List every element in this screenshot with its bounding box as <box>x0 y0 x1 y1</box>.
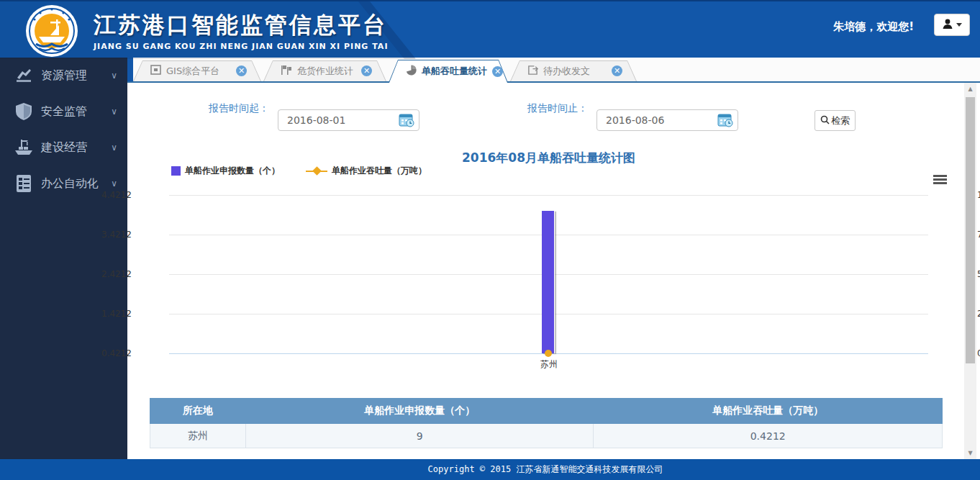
right-axis-tick: 5 <box>977 269 980 279</box>
brand-block: 江苏港口智能监管信息平台 JIANG SU GANG KOU ZHI NENG … <box>94 10 388 51</box>
bar-suzhou-declared-count[interactable] <box>542 211 555 353</box>
app-title: 江苏港口智能监管信息平台 <box>94 10 388 40</box>
vertical-scrollbar[interactable]: ▲ ▼ <box>964 83 976 459</box>
cell-throughput: 0.4212 <box>594 424 943 448</box>
tab-label: GIS综合平台 <box>166 65 231 78</box>
close-icon[interactable]: ✕ <box>492 66 503 77</box>
calendar-icon[interactable] <box>717 113 733 127</box>
gis-map-icon <box>150 65 161 77</box>
point-suzhou-throughput[interactable] <box>545 350 552 357</box>
sidebar-item-label: 安全监管 <box>41 104 111 119</box>
close-icon[interactable]: ✕ <box>612 65 622 76</box>
user-greeting: 朱培德，欢迎您! <box>833 20 914 34</box>
right-axis-tick: 2.5 <box>977 309 980 319</box>
main-content: 报告时间起： 报告时间止： 检索 2016年08月单船吞吐量统计图 单船作业申报… <box>127 83 964 459</box>
user-icon <box>942 18 953 32</box>
table-row: 苏州 9 0.4212 <box>150 424 943 448</box>
chart-plot-area: 4.4212 3.4212 2.4212 1.4212 0.4212 10 7.… <box>169 195 928 353</box>
chart-legend: 单船作业申报数量（个） 单船作业吞吐量（万吨） <box>171 165 427 177</box>
pie-chart-icon <box>406 65 417 78</box>
calendar-icon[interactable] <box>399 113 414 127</box>
close-icon[interactable]: ✕ <box>361 65 372 76</box>
chart-menu-icon[interactable] <box>933 175 947 186</box>
caret-down-icon <box>956 23 962 27</box>
chevron-down-icon: ∨ <box>111 178 117 189</box>
flags-icon <box>281 65 292 77</box>
tab-label: 待办收发文 <box>543 65 607 78</box>
scroll-up-icon[interactable]: ▲ <box>964 83 976 95</box>
report-end-label: 报告时间止： <box>527 102 588 115</box>
footer-copyright: Copyright © 2015 江苏省新通智能交通科技发展有限公司 <box>0 459 980 480</box>
tab-label: 单船吞吐量统计 <box>422 65 487 78</box>
table-header-row: 所在地 单船作业申报数量（个） 单船作业吞吐量（万吨） <box>150 399 943 424</box>
chevron-down-icon: ∨ <box>111 107 117 117</box>
th-declared-count: 单船作业申报数量（个） <box>245 399 594 424</box>
tab-dangerous-goods-stats[interactable]: 危货作业统计 ✕ <box>263 60 386 81</box>
left-axis-tick: 3.4212 <box>96 230 132 240</box>
right-axis-tick: 7.5 <box>977 230 980 240</box>
sidebar-item-label: 办公自动化 <box>41 176 111 191</box>
close-icon[interactable]: ✕ <box>236 65 247 76</box>
th-location: 所在地 <box>150 399 246 424</box>
left-axis-tick: 1.4212 <box>96 309 132 319</box>
sidebar-item-label: 建设经营 <box>41 140 111 155</box>
ship-crane-icon <box>13 137 35 158</box>
tab-bar: GIS综合平台 ✕ 危货作业统计 ✕ 单船吞吐量统计 ✕ <box>127 58 980 83</box>
office-list-icon <box>13 173 35 194</box>
bar-series-marker-icon <box>171 166 181 176</box>
app-logo-icon <box>24 4 79 61</box>
tab-label: 危货作业统计 <box>297 65 356 78</box>
sidebar-item-resource-management[interactable]: 资源管理 ∨ <box>0 58 127 94</box>
sidebar-item-safety-supervision[interactable]: 安全监管 ∨ <box>0 94 127 130</box>
tab-pending-documents[interactable]: 待办收发文 ✕ <box>510 60 637 81</box>
sidebar-item-label: 资源管理 <box>41 68 111 83</box>
line-series-marker-icon <box>306 171 327 172</box>
app-subtitle: JIANG SU GANG KOU ZHI NENG JIAN GUAN XIN… <box>94 42 388 51</box>
th-throughput: 单船作业吞吐量（万吨） <box>594 399 943 424</box>
tab-gis-platform[interactable]: GIS综合平台 ✕ <box>133 60 261 81</box>
shield-icon <box>13 101 35 122</box>
right-axis-tick: 0 <box>977 348 980 358</box>
left-axis-tick: 4.4212 <box>96 190 132 200</box>
tab-single-ship-throughput-stats[interactable]: 单船吞吐量统计 ✕ <box>389 60 508 83</box>
scrollbar-thumb[interactable] <box>966 97 975 363</box>
sidebar-nav: 资源管理 ∨ 安全监管 ∨ 建设经营 ∨ <box>0 58 127 459</box>
search-icon <box>820 115 830 127</box>
legend-label: 单船作业申报数量（个） <box>185 165 280 177</box>
app-header: 江苏港口智能监管信息平台 JIANG SU GANG KOU ZHI NENG … <box>0 0 980 58</box>
search-button[interactable]: 检索 <box>815 110 856 131</box>
chevron-down-icon: ∨ <box>111 71 117 81</box>
chevron-down-icon: ∨ <box>111 142 117 153</box>
resource-icon <box>13 65 35 86</box>
sidebar-item-construction-operation[interactable]: 建设经营 ∨ <box>0 130 127 166</box>
result-table: 所在地 单船作业申报数量（个） 单船作业吞吐量（万吨） 苏州 9 0.4212 <box>150 398 943 448</box>
cell-declared-count: 9 <box>245 424 594 448</box>
tabbar-left-accent <box>127 58 133 83</box>
x-axis-category-label: 苏州 <box>535 358 563 371</box>
legend-item-declared-count[interactable]: 单船作业申报数量（个） <box>171 165 280 177</box>
chart-title: 2016年08月单船吞吐量统计图 <box>169 150 928 166</box>
doc-export-icon <box>527 65 538 78</box>
tabbar-underline <box>127 81 980 83</box>
left-axis-tick: 0.4212 <box>96 348 132 358</box>
legend-item-throughput[interactable]: 单船作业吞吐量（万吨） <box>306 165 427 177</box>
search-button-label: 检索 <box>831 114 850 127</box>
report-start-label: 报告时间起： <box>209 102 269 115</box>
left-axis-tick: 2.4212 <box>96 269 132 279</box>
right-axis-tick: 10 <box>977 190 980 200</box>
legend-label: 单船作业吞吐量（万吨） <box>332 165 427 177</box>
scroll-down-icon[interactable]: ▼ <box>964 447 976 459</box>
cell-location: 苏州 <box>150 424 246 448</box>
user-menu-button[interactable] <box>934 14 970 36</box>
